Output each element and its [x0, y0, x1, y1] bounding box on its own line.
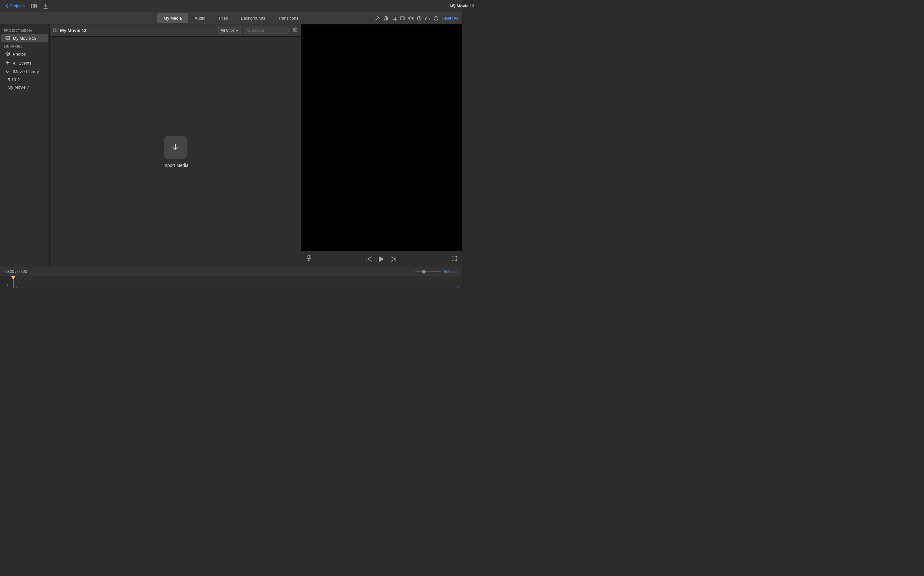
reset-all-button[interactable]: Reset All	[442, 16, 458, 21]
tab-backgrounds[interactable]: Backgrounds	[234, 13, 272, 23]
timeline-header: 00:00 / 00:00 Settings	[0, 267, 462, 276]
svg-line-6	[375, 18, 378, 20]
import-media-label: Import Media	[162, 163, 189, 168]
color-balance-icon[interactable]	[383, 16, 388, 21]
libraries-label: LIBRARIES	[0, 43, 50, 50]
main-area: PROJECT MEDIA My Movie 13 LIBRARIES	[0, 24, 462, 267]
skip-back-button[interactable]	[366, 256, 372, 262]
timeline-area: 00:00 / 00:00 Settings ♪ Drag and drop v…	[0, 267, 462, 288]
all-clips-dropdown[interactable]: All Clips	[218, 27, 241, 34]
all-events-icon	[5, 60, 10, 66]
svg-rect-1	[34, 4, 37, 6]
search-box	[244, 27, 289, 34]
photos-label: Photos	[13, 52, 26, 56]
svg-rect-13	[411, 18, 412, 19]
title-text: My Movie 13	[450, 3, 462, 8]
current-time: 00:00	[5, 269, 14, 274]
microphone-button[interactable]	[306, 255, 311, 263]
audio-icon[interactable]	[408, 16, 414, 21]
magic-wand-icon[interactable]	[375, 16, 380, 21]
skip-forward-button[interactable]	[391, 256, 396, 262]
svg-line-8	[377, 16, 378, 18]
import-media-button[interactable]	[164, 136, 187, 159]
preview-controls	[302, 251, 462, 267]
svg-rect-2	[34, 6, 37, 8]
media-browser-header: My Movie 13 All Clips	[50, 24, 301, 37]
svg-line-39	[249, 31, 250, 32]
sidebar: PROJECT MEDIA My Movie 13 LIBRARIES	[0, 24, 50, 267]
timeline-playhead	[13, 276, 13, 288]
filter-label: All Clips	[221, 28, 234, 33]
layout-icon-button[interactable]	[29, 3, 39, 10]
cloud-icon[interactable]	[425, 16, 430, 21]
import-area: Import Media	[50, 37, 301, 267]
zoom-thumb[interactable]	[422, 270, 426, 274]
music-note-icon: ♪	[7, 283, 9, 287]
time-separator: /	[15, 269, 16, 274]
svg-rect-10	[400, 17, 404, 20]
video-quality-icon[interactable]	[400, 16, 405, 21]
sidebar-item-photos[interactable]: Photos	[1, 50, 48, 58]
sidebar-item-imovie-library[interactable]: iMovie Library	[1, 67, 48, 76]
sub-item-label-2: My Movie 7	[8, 85, 29, 90]
download-icon-button[interactable]	[42, 2, 50, 10]
timeline-zoom: Settings	[415, 269, 457, 274]
photos-icon	[5, 51, 10, 57]
tab-my-media[interactable]: My Media	[157, 13, 188, 23]
imovie-library-label: iMovie Library	[13, 69, 39, 74]
svg-rect-14	[412, 17, 413, 19]
app-title: My Movie 13	[450, 3, 462, 8]
sidebar-item-my-movie-7[interactable]: My Movie 7	[0, 83, 50, 91]
svg-rect-11	[409, 18, 410, 19]
svg-point-40	[295, 29, 296, 30]
tab-transitions[interactable]: Transitions	[271, 13, 305, 23]
all-events-label: All Events	[13, 61, 32, 66]
browser-title: My Movie 13	[60, 28, 215, 33]
browser-settings-icon[interactable]	[293, 27, 298, 34]
svg-rect-12	[410, 17, 411, 20]
svg-rect-36	[53, 28, 55, 32]
speed-icon[interactable]	[417, 16, 422, 21]
sidebar-item-all-events[interactable]: All Events	[1, 59, 48, 67]
titlebar: Projects My Movie 13	[0, 0, 462, 12]
movie-icon	[5, 36, 10, 41]
play-button[interactable]	[379, 256, 384, 262]
sidebar-project-label: My Movie 13	[13, 36, 37, 41]
titlebar-left: Projects	[4, 2, 50, 10]
timeline-drop-zone: Drag and drop video clips and photos fro…	[16, 286, 459, 288]
timeline-body: ♪ Drag and drop video clips and photos f…	[0, 276, 462, 288]
timeline-track-controls: ♪	[0, 276, 13, 288]
timeline-settings-button[interactable]: Settings	[444, 269, 457, 274]
svg-rect-42	[308, 255, 310, 258]
top-nav: My Media Audio Titles Backgrounds Transi…	[0, 12, 462, 24]
project-media-label: PROJECT MEDIA	[0, 27, 50, 34]
sidebar-item-my-movie-13[interactable]: My Movie 13	[1, 34, 48, 42]
svg-point-18	[436, 17, 436, 18]
projects-button[interactable]: Projects	[4, 2, 27, 10]
preview-panel	[302, 24, 462, 267]
tab-audio[interactable]: Audio	[188, 13, 212, 23]
media-browser: My Movie 13 All Clips	[50, 24, 302, 267]
fullscreen-button[interactable]	[452, 256, 457, 262]
expand-icon[interactable]	[53, 27, 58, 33]
chevron-down-icon	[5, 69, 10, 74]
timeline-content: Drag and drop video clips and photos fro…	[13, 276, 462, 288]
sidebar-item-5-13-21[interactable]: 5-13-21	[0, 76, 50, 83]
crop-icon[interactable]	[391, 16, 397, 21]
right-toolbar: Reset All	[375, 16, 458, 21]
info-icon[interactable]	[433, 16, 438, 21]
preview-controls-center	[366, 256, 396, 262]
svg-rect-37	[56, 28, 57, 32]
svg-rect-0	[32, 4, 34, 8]
time-display: 00:00 / 00:00	[5, 269, 27, 274]
svg-point-29	[7, 53, 9, 54]
tab-titles[interactable]: Titles	[212, 13, 234, 23]
zoom-track	[415, 271, 441, 272]
search-input[interactable]	[252, 28, 286, 33]
svg-marker-46	[379, 256, 384, 262]
sub-item-label: 5-13-21	[8, 77, 22, 82]
total-time: 00:00	[18, 269, 27, 274]
preview-video	[302, 24, 462, 251]
projects-label: Projects	[10, 3, 25, 8]
